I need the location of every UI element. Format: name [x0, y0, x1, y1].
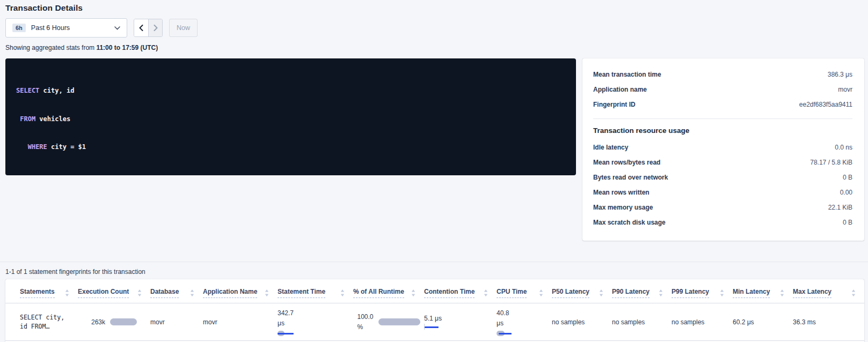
sort-icon — [539, 289, 543, 296]
statements-table: Statements Execution Count Database Appl… — [5, 279, 864, 342]
sort-icon — [265, 289, 269, 296]
cell-execution-count: 263k — [78, 303, 150, 340]
sort-icon — [720, 289, 724, 296]
time-step-buttons — [134, 19, 163, 37]
summary-row: Application name movr — [593, 82, 852, 97]
page-title: Transaction Details — [5, 3, 864, 13]
sort-icon — [659, 289, 663, 296]
sort-icon — [65, 289, 69, 296]
column-header-statement-time[interactable]: Statement Time — [278, 288, 353, 303]
cell-p90-latency: no samples — [612, 303, 672, 340]
resource-row: Bytes read over network 0 B — [593, 170, 852, 185]
column-header-p99-latency[interactable]: P99 Latency — [672, 288, 733, 303]
column-header-p50-latency[interactable]: P50 Latency — [552, 288, 612, 303]
card-divider — [593, 118, 852, 119]
cell-p50-latency: no samples — [552, 303, 612, 340]
column-header-statements[interactable]: Statements — [20, 288, 78, 303]
now-button[interactable]: Now — [169, 19, 198, 37]
sort-icon — [137, 289, 142, 296]
column-header-p90-latency[interactable]: P90 Latency — [612, 288, 672, 303]
chevron-right-icon — [154, 25, 158, 31]
prev-interval-button[interactable] — [134, 19, 148, 36]
statement-time-bar — [278, 331, 295, 336]
transaction-summary-card: Mean transaction time 386.3 μs Applicati… — [582, 58, 864, 241]
column-header-runtime-pct[interactable]: % of All Runtime — [353, 288, 424, 303]
cell-min-latency: 60.2 μs — [733, 303, 793, 340]
sort-icon — [851, 289, 856, 296]
summary-row: Fingerprint ID ee2df683f5aa9411 — [593, 97, 852, 112]
cell-max-latency: 36.3 ms — [793, 303, 864, 340]
resource-row: Mean rows/bytes read 78.17 / 5.8 KiB — [593, 155, 852, 170]
column-header-execution-count[interactable]: Execution Count — [78, 288, 150, 303]
resource-row: Idle latency 0.0 ns — [593, 140, 852, 155]
section-divider — [0, 262, 868, 262]
runtime-pct-bar — [378, 318, 420, 325]
cpu-time-bar — [497, 331, 513, 336]
resource-usage-title: Transaction resource usage — [593, 127, 852, 135]
time-range-dropdown[interactable]: 6h Past 6 Hours — [5, 18, 127, 38]
summary-row: Mean transaction time 386.3 μs — [593, 67, 852, 82]
cell-runtime-pct: 100.0 % — [353, 303, 424, 340]
execution-count-bar — [110, 318, 137, 325]
chevron-down-icon — [114, 26, 120, 30]
cell-statements: SELECT city, id FROM… — [20, 303, 78, 340]
cell-application-name: movr — [203, 303, 278, 340]
sort-icon — [599, 289, 603, 296]
cell-database: movr — [150, 303, 203, 340]
next-interval-button[interactable] — [148, 19, 162, 36]
main-section: SELECT city, id FROM vehicles WHERE city… — [5, 58, 864, 241]
column-header-database[interactable]: Database — [150, 288, 203, 303]
sort-icon — [340, 289, 345, 296]
resource-row: Max scratch disk usage 0 B — [593, 215, 852, 230]
sort-icon — [411, 289, 415, 296]
column-header-cpu-time[interactable]: CPU Time — [497, 288, 552, 303]
chevron-left-icon — [139, 25, 143, 31]
sort-icon — [780, 289, 784, 296]
table-header-row: Statements Execution Count Database Appl… — [5, 279, 864, 303]
resource-row: Mean rows written 0.00 — [593, 185, 852, 200]
sort-icon — [484, 289, 488, 296]
column-header-contention-time[interactable]: Contention Time — [424, 288, 497, 303]
transaction-details-page: Transaction Details 6h Past 6 Hours Now … — [0, 0, 868, 342]
column-header-application-name[interactable]: Application Name — [203, 288, 278, 303]
time-controls: 6h Past 6 Hours Now — [5, 18, 864, 38]
column-header-min-latency[interactable]: Min Latency — [733, 288, 793, 303]
statement-link[interactable]: SELECT city, id FROM… — [20, 313, 78, 331]
table-caption: 1-1 of 1 statement fingerprints for this… — [5, 268, 864, 276]
cell-statement-time: 342.7 μs — [278, 303, 353, 340]
time-range-badge: 6h — [12, 24, 26, 32]
contention-time-bar — [424, 324, 439, 330]
sql-statement: SELECT city, id FROM vehicles WHERE city… — [5, 58, 576, 175]
time-range-label: Past 6 Hours — [31, 24, 114, 32]
cell-contention-time: 5.1 μs — [424, 303, 497, 340]
table-row: SELECT city, id FROM… 263k movr movr 342… — [5, 303, 864, 341]
sort-icon — [190, 289, 194, 296]
resource-row: Max memory usage 22.1 KiB — [593, 200, 852, 215]
column-header-max-latency[interactable]: Max Latency — [793, 288, 864, 303]
cell-p99-latency: no samples — [672, 303, 733, 340]
aggregation-range-text: Showing aggregated stats from 11:00 to 1… — [5, 44, 864, 51]
cell-cpu-time: 40.8 μs — [497, 303, 552, 340]
